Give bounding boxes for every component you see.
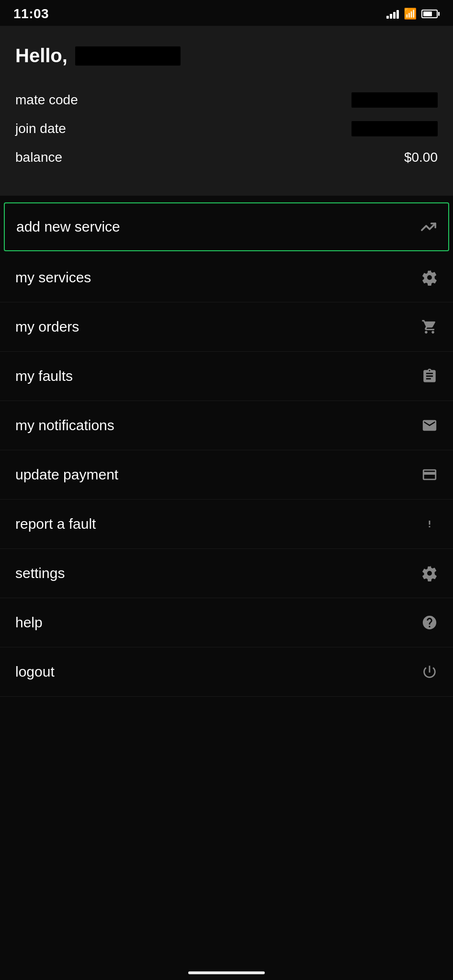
join-date-value-redacted <box>351 121 438 136</box>
username-redacted <box>75 46 181 66</box>
status-icons: 📶 <box>386 8 440 20</box>
balance-label: balance <box>15 150 62 165</box>
menu-item-update-payment[interactable]: update payment <box>0 450 453 500</box>
help-icon <box>421 614 438 631</box>
exclamation-icon <box>421 516 438 532</box>
menu-item-add-new-service[interactable]: add new service <box>4 202 449 251</box>
balance-row: balance $0.00 <box>15 143 438 172</box>
menu-item-settings[interactable]: settings <box>0 549 453 598</box>
menu-section: add new service my services my orders my… <box>0 196 453 697</box>
status-bar: 11:03 📶 <box>0 0 453 26</box>
menu-item-report-a-fault[interactable]: report a fault <box>0 500 453 549</box>
clipboard-icon <box>421 368 438 384</box>
menu-item-help[interactable]: help <box>0 598 453 647</box>
cart-icon <box>421 319 438 335</box>
menu-item-label: my orders <box>15 319 79 335</box>
home-indicator <box>188 971 265 974</box>
menu-item-my-orders[interactable]: my orders <box>0 302 453 352</box>
balance-value: $0.00 <box>404 150 438 165</box>
menu-item-label: logout <box>15 664 55 680</box>
settings-icon <box>421 565 438 581</box>
menu-item-label: update payment <box>15 467 118 483</box>
gear-icon <box>421 269 438 286</box>
power-icon <box>421 664 438 680</box>
menu-item-label: my notifications <box>15 417 114 434</box>
mail-icon <box>421 417 438 434</box>
status-time: 11:03 <box>13 6 49 22</box>
mate-code-row: mate code <box>15 86 438 114</box>
mate-code-label: mate code <box>15 92 78 108</box>
menu-item-label: add new service <box>16 219 120 235</box>
menu-item-label: my services <box>15 269 91 286</box>
trending-icon <box>420 219 437 235</box>
menu-item-label: report a fault <box>15 516 96 532</box>
menu-item-logout[interactable]: logout <box>0 647 453 697</box>
menu-item-label: help <box>15 614 43 631</box>
menu-item-my-services[interactable]: my services <box>0 253 453 302</box>
menu-item-label: settings <box>15 565 65 581</box>
join-date-label: join date <box>15 121 66 136</box>
menu-item-label: my faults <box>15 368 73 384</box>
header-section: Hello, mate code join date balance $0.00 <box>0 26 453 196</box>
menu-item-my-notifications[interactable]: my notifications <box>0 401 453 450</box>
mate-code-value-redacted <box>351 92 438 108</box>
greeting: Hello, <box>15 45 438 67</box>
battery-icon <box>421 10 440 18</box>
signal-icon <box>386 9 399 19</box>
card-icon <box>421 467 438 483</box>
join-date-row: join date <box>15 114 438 143</box>
wifi-icon: 📶 <box>404 8 417 20</box>
menu-item-my-faults[interactable]: my faults <box>0 352 453 401</box>
